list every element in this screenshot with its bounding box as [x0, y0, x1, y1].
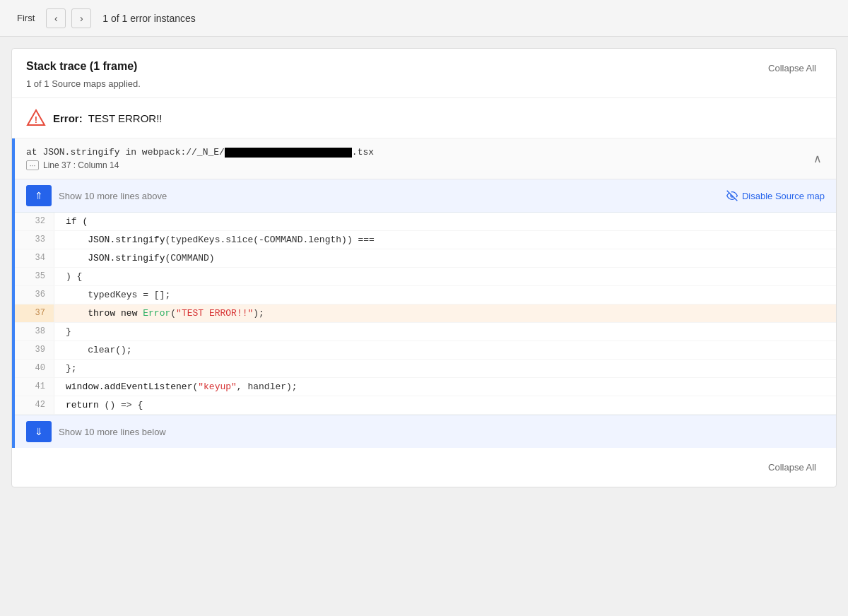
line-number-40: 40	[15, 360, 54, 377]
code-line-40: 40 };	[15, 360, 836, 378]
prev-icon: ‹	[54, 13, 58, 24]
expand-below-button[interactable]: ⇓	[26, 421, 52, 442]
expand-above-button[interactable]: ⇑	[26, 185, 52, 206]
warning-icon: !	[26, 108, 46, 128]
code-line-41: 41 window.addEventListener("keyup", hand…	[15, 378, 836, 396]
source-maps-info: 1 of 1 Source maps applied.	[26, 78, 141, 89]
next-button[interactable]: ›	[71, 8, 91, 28]
line-code-41: window.addEventListener("keyup", handler…	[54, 378, 309, 396]
collapse-all-bottom-button[interactable]: Collapse All	[762, 459, 822, 475]
line-column-info: Line 37 : Column 14	[43, 160, 119, 170]
show-more-below-row: ⇓ Show 10 more lines below	[15, 415, 836, 448]
error-label: Error:	[53, 112, 83, 124]
line-number-37: 37	[15, 304, 54, 322]
code-line-35: 35 ) {	[15, 268, 836, 286]
dots-icon: ···	[26, 160, 39, 170]
collapse-frame-button[interactable]: ∧	[811, 149, 825, 168]
line-code-34: JSON.stringify(COMMAND)	[54, 249, 226, 267]
top-bar: First ‹ › 1 of 1 error instances	[0, 0, 848, 37]
first-button[interactable]: First	[11, 10, 40, 26]
eye-slash-icon	[726, 190, 738, 201]
chevron-up-icon: ∧	[813, 153, 822, 165]
frame-location: at JSON.stringify in webpack://_N_E/ .ts…	[26, 147, 374, 158]
code-line-36: 36 typedKeys = [];	[15, 286, 836, 304]
code-line-33: 33 JSON.stringify(typedKeys.slice(-COMMA…	[15, 231, 836, 249]
frame-section: at JSON.stringify in webpack://_N_E/ .ts…	[12, 138, 836, 448]
show-above-label: Show 10 more lines above	[59, 191, 167, 201]
error-title: Error: TEST ERROR!!	[53, 112, 163, 124]
line-number-41: 41	[15, 378, 54, 396]
code-line-32: 32 if (	[15, 213, 836, 231]
panel-header-left: Stack trace (1 frame) 1 of 1 Source maps…	[26, 60, 141, 89]
frame-line: ··· Line 37 : Column 14	[26, 160, 374, 170]
redacted-path	[225, 148, 352, 158]
line-number-39: 39	[15, 341, 54, 359]
line-number-33: 33	[15, 231, 54, 249]
expand-above-icon: ⇑	[35, 190, 43, 201]
svg-text:!: !	[35, 114, 37, 125]
line-number-35: 35	[15, 268, 54, 285]
line-code-42: return () => {	[54, 396, 154, 414]
show-below-label: Show 10 more lines below	[59, 427, 166, 437]
code-lines: 32 if ( 33 JSON.stringify(typedKeys.slic…	[15, 213, 836, 415]
frame-location-suffix: .tsx	[352, 147, 374, 158]
panel-footer: Collapse All	[12, 448, 836, 487]
frame-location-prefix: at JSON.stringify in webpack://_N_E/	[26, 147, 225, 158]
expand-below-icon: ⇓	[35, 426, 43, 437]
code-line-39: 39 clear();	[15, 341, 836, 360]
line-code-40: };	[54, 360, 88, 377]
error-count: 1 of 1 error instances	[102, 13, 196, 24]
next-icon: ›	[80, 13, 83, 24]
line-code-37: throw new Error("TEST ERROR!!");	[54, 304, 276, 322]
code-line-38: 38 }	[15, 323, 836, 341]
line-code-39: clear();	[54, 341, 143, 359]
frame-info: at JSON.stringify in webpack://_N_E/ .ts…	[26, 147, 374, 170]
disable-source-map-label: Disable Source map	[742, 191, 825, 201]
panel-header: Stack trace (1 frame) 1 of 1 Source maps…	[12, 49, 836, 98]
line-code-35: ) {	[54, 268, 93, 285]
line-number-38: 38	[15, 323, 54, 340]
line-code-32: if (	[54, 213, 99, 230]
line-number-42: 42	[15, 396, 54, 414]
collapse-all-top-button[interactable]: Collapse All	[762, 60, 822, 76]
error-header: ! Error: TEST ERROR!!	[12, 98, 836, 138]
code-section: ⇑ Show 10 more lines above Disable Sourc…	[15, 179, 836, 448]
stack-trace-panel: Stack trace (1 frame) 1 of 1 Source maps…	[11, 48, 837, 487]
frame-header: at JSON.stringify in webpack://_N_E/ .ts…	[15, 138, 836, 179]
error-message: TEST ERROR!!	[88, 112, 163, 124]
panel-title: Stack trace (1 frame)	[26, 60, 141, 73]
code-line-37: 37 throw new Error("TEST ERROR!!");	[15, 304, 836, 323]
line-number-34: 34	[15, 249, 54, 267]
code-line-34: 34 JSON.stringify(COMMAND)	[15, 249, 836, 268]
main-content: Stack trace (1 frame) 1 of 1 Source maps…	[0, 37, 848, 499]
line-number-36: 36	[15, 286, 54, 304]
show-more-left: ⇑ Show 10 more lines above	[26, 185, 167, 206]
line-code-33: JSON.stringify(typedKeys.slice(-COMMAND.…	[54, 231, 386, 249]
prev-button[interactable]: ‹	[46, 8, 66, 28]
disable-source-map-button[interactable]: Disable Source map	[726, 190, 825, 201]
line-code-38: }	[54, 323, 83, 340]
code-line-42: 42 return () => {	[15, 396, 836, 415]
show-more-above-row: ⇑ Show 10 more lines above Disable Sourc…	[15, 179, 836, 213]
line-number-32: 32	[15, 213, 54, 230]
line-code-36: typedKeys = [];	[54, 286, 182, 304]
